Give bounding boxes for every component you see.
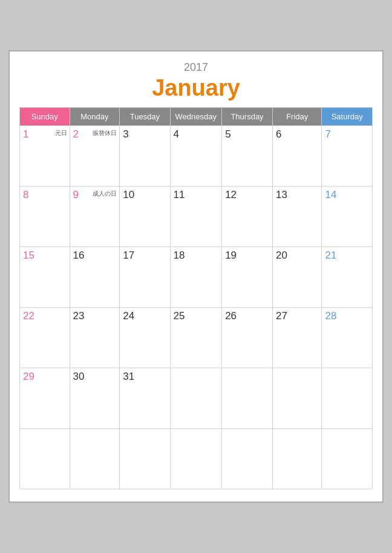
weekday-header-saturday: Saturday (322, 108, 373, 126)
calendar-cell: 21 (322, 247, 373, 308)
calendar-cell: 4 (170, 126, 222, 187)
calendar-cell (20, 429, 70, 489)
holiday-name: 振替休日 (93, 129, 117, 137)
day-number: 30 (73, 371, 85, 383)
calendar-cell: 7 (322, 126, 373, 187)
day-number: 5 (225, 128, 230, 141)
calendar-cell: 5 (222, 126, 273, 187)
weekday-header-monday: Monday (70, 108, 120, 126)
holiday-name: 元日 (55, 129, 67, 137)
day-number: 17 (123, 250, 134, 262)
calendar-cell: 19 (222, 247, 273, 308)
calendar-cell: 13 (272, 187, 322, 247)
calendar-cell: 1元日 (20, 126, 70, 187)
day-number: 23 (73, 310, 85, 322)
calendar-cell: 20 (272, 247, 322, 308)
calendar-cell: 26 (222, 308, 273, 368)
day-number: 14 (325, 189, 336, 201)
day-number: 20 (276, 250, 287, 262)
calendar-cell: 3 (120, 126, 170, 187)
day-number: 19 (225, 250, 237, 262)
calendar-cell: 2振替休日 (70, 126, 120, 187)
day-number: 13 (276, 189, 287, 201)
calendar: 2017 January SundayMondayTuesdayWednesda… (8, 50, 384, 503)
calendar-cell (322, 429, 373, 489)
calendar-cell: 29 (20, 368, 70, 429)
day-number: 3 (123, 128, 128, 141)
calendar-cell: 18 (170, 247, 222, 308)
calendar-cell (222, 368, 273, 429)
calendar-cell (222, 429, 273, 489)
day-number: 18 (174, 250, 185, 262)
calendar-table: SundayMondayTuesdayWednesdayThursdayFrid… (19, 107, 373, 489)
weekday-header-wednesday: Wednesday (170, 108, 222, 126)
weekday-header-tuesday: Tuesday (120, 108, 170, 126)
day-number: 26 (225, 310, 237, 322)
calendar-cell (120, 429, 170, 489)
calendar-cell (170, 429, 222, 489)
calendar-cell: 9成人の日 (70, 187, 120, 247)
calendar-cell: 24 (120, 308, 170, 368)
month-label: January (19, 75, 373, 101)
day-number: 15 (23, 250, 34, 262)
calendar-cell (322, 368, 373, 429)
day-number: 27 (276, 310, 287, 322)
calendar-cell: 30 (70, 368, 120, 429)
calendar-cell: 28 (322, 308, 373, 368)
day-number: 11 (174, 189, 185, 201)
weekday-header-friday: Friday (272, 108, 322, 126)
calendar-cell: 11 (170, 187, 222, 247)
calendar-cell: 23 (70, 308, 120, 368)
calendar-cell: 6 (272, 126, 322, 187)
day-number: 31 (123, 371, 134, 383)
day-number: 7 (325, 128, 330, 141)
calendar-cell: 31 (120, 368, 170, 429)
calendar-cell: 12 (222, 187, 273, 247)
day-number: 2 (73, 128, 79, 141)
calendar-cell: 16 (70, 247, 120, 308)
calendar-cell: 27 (272, 308, 322, 368)
calendar-cell (272, 429, 322, 489)
calendar-cell: 17 (120, 247, 170, 308)
day-number: 24 (123, 310, 134, 322)
weekday-header-thursday: Thursday (222, 108, 273, 126)
day-number: 25 (174, 310, 185, 322)
calendar-cell (272, 368, 322, 429)
calendar-cell: 22 (20, 308, 70, 368)
weekday-header-sunday: Sunday (20, 108, 70, 126)
day-number: 12 (225, 189, 237, 201)
calendar-cell: 14 (322, 187, 373, 247)
calendar-cell: 15 (20, 247, 70, 308)
day-number: 21 (325, 250, 336, 262)
day-number: 16 (73, 250, 85, 262)
day-number: 10 (123, 189, 134, 201)
calendar-cell: 25 (170, 308, 222, 368)
calendar-cell: 8 (20, 187, 70, 247)
calendar-cell (70, 429, 120, 489)
day-number: 22 (23, 310, 34, 322)
day-number: 1 (23, 128, 28, 141)
day-number: 9 (73, 189, 79, 201)
holiday-name: 成人の日 (93, 190, 117, 197)
day-number: 28 (325, 310, 336, 322)
day-number: 8 (23, 189, 28, 201)
day-number: 4 (174, 128, 179, 141)
calendar-cell: 10 (120, 187, 170, 247)
day-number: 29 (23, 371, 34, 383)
day-number: 6 (276, 128, 281, 141)
year-label: 2017 (19, 61, 373, 74)
calendar-cell (170, 368, 222, 429)
